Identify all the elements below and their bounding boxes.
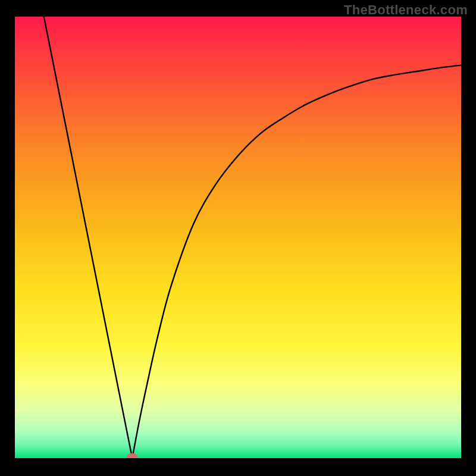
- watermark-text: TheBottleneck.com: [344, 2, 468, 18]
- chart-frame: TheBottleneck.com: [0, 0, 476, 476]
- chart-svg: [15, 17, 461, 458]
- plot-area: [15, 17, 461, 458]
- gradient-background: [15, 17, 461, 458]
